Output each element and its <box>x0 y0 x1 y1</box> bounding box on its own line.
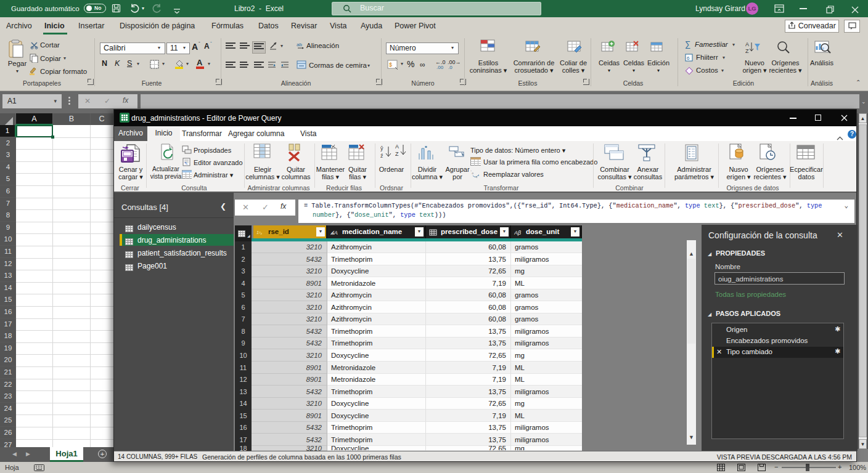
svg-text:𝓱A: 𝓱A <box>330 230 338 236</box>
svg-text:A: A <box>395 144 399 150</box>
svg-text:✎: ✎ <box>184 161 188 166</box>
svg-text:Z: Z <box>395 151 399 157</box>
svg-text:A: A <box>745 41 749 47</box>
svg-text:`₀: `₀ <box>470 170 473 174</box>
svg-text:ŷ: ŷ <box>380 145 383 152</box>
svg-text:ab: ab <box>297 42 302 47</box>
svg-text:Aβ: Aβ <box>514 230 521 236</box>
svg-text:Z: Z <box>745 48 749 54</box>
svg-text:6: 6 <box>687 55 690 61</box>
svg-text:1²₃: 1²₃ <box>256 230 262 235</box>
svg-text:$: $ <box>389 62 392 68</box>
svg-text:ź: ź <box>380 153 383 159</box>
